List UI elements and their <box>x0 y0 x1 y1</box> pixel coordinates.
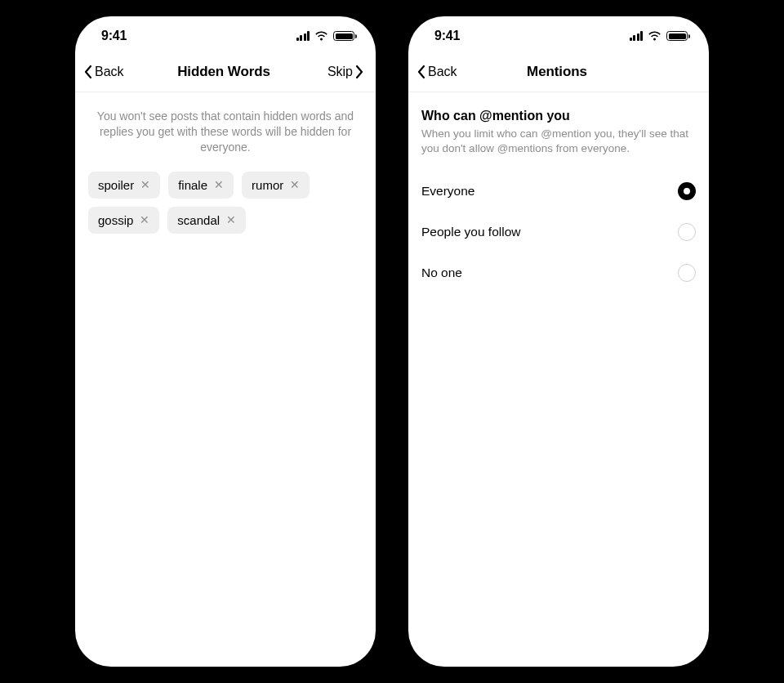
wifi-icon <box>648 31 662 41</box>
radio-unselected-icon <box>678 223 696 241</box>
hidden-word-chip[interactable]: gossip ✕ <box>88 207 159 234</box>
nav-bar: Back Mentions <box>408 56 709 92</box>
section-title: Who can @mention you <box>421 109 696 123</box>
phone-right-mentions: 9:41 Back Mentions Who can @mention you … <box>408 16 709 667</box>
page-title: Mentions <box>527 64 587 80</box>
wifi-icon <box>314 31 328 41</box>
chevron-left-icon <box>83 65 93 79</box>
chip-label: spoiler <box>98 178 134 192</box>
hidden-word-chip[interactable]: finale ✕ <box>168 172 234 199</box>
remove-chip-icon[interactable]: ✕ <box>226 214 236 225</box>
hidden-words-chip-list: spoiler ✕ finale ✕ rumor ✕ gossip ✕ scan… <box>88 172 363 234</box>
chevron-right-icon <box>354 65 364 79</box>
chip-label: gossip <box>98 213 133 227</box>
chip-label: rumor <box>252 178 283 192</box>
status-icons <box>630 31 688 41</box>
radio-unselected-icon <box>678 264 696 282</box>
back-button[interactable]: Back <box>416 65 466 79</box>
mention-option-noone[interactable]: No one <box>421 252 696 293</box>
option-label: Everyone <box>421 184 474 199</box>
chevron-left-icon <box>416 65 426 79</box>
content-area: Who can @mention you When you limit who … <box>408 92 709 310</box>
back-label: Back <box>95 65 124 79</box>
status-bar: 9:41 <box>75 16 376 56</box>
status-icons <box>296 31 355 41</box>
status-bar: 9:41 <box>408 16 709 56</box>
skip-button[interactable]: Skip <box>315 65 364 79</box>
chip-label: finale <box>178 178 207 192</box>
remove-chip-icon[interactable]: ✕ <box>140 179 150 190</box>
mention-option-everyone[interactable]: Everyone <box>421 171 696 212</box>
remove-chip-icon[interactable]: ✕ <box>214 179 224 190</box>
remove-chip-icon[interactable]: ✕ <box>290 179 300 190</box>
page-title: Hidden Words <box>177 64 270 80</box>
skip-label: Skip <box>327 65 353 79</box>
option-label: People you follow <box>421 225 521 239</box>
status-time: 9:41 <box>101 29 127 43</box>
mention-option-following[interactable]: People you follow <box>421 212 696 252</box>
cellular-signal-icon <box>296 31 310 41</box>
status-time: 9:41 <box>434 29 460 43</box>
nav-bar: Back Hidden Words Skip <box>75 56 376 92</box>
battery-icon <box>666 31 688 41</box>
hidden-word-chip[interactable]: spoiler ✕ <box>88 172 160 199</box>
back-label: Back <box>428 65 457 79</box>
chip-label: scandal <box>177 213 220 227</box>
description-text: You won't see posts that contain hidden … <box>88 109 363 172</box>
hidden-word-chip[interactable]: rumor ✕ <box>242 172 310 199</box>
remove-chip-icon[interactable]: ✕ <box>140 214 149 225</box>
cellular-signal-icon <box>630 31 644 41</box>
hidden-word-chip[interactable]: scandal ✕ <box>167 207 246 234</box>
content-area: You won't see posts that contain hidden … <box>75 92 376 250</box>
option-label: No one <box>421 266 462 280</box>
radio-selected-icon <box>678 182 696 200</box>
back-button[interactable]: Back <box>83 65 132 79</box>
phone-left-hidden-words: 9:41 Back Hidden Words Skip You won't se… <box>75 16 376 667</box>
section-subtitle: When you limit who can @mention you, the… <box>421 127 696 156</box>
battery-icon <box>333 31 354 41</box>
